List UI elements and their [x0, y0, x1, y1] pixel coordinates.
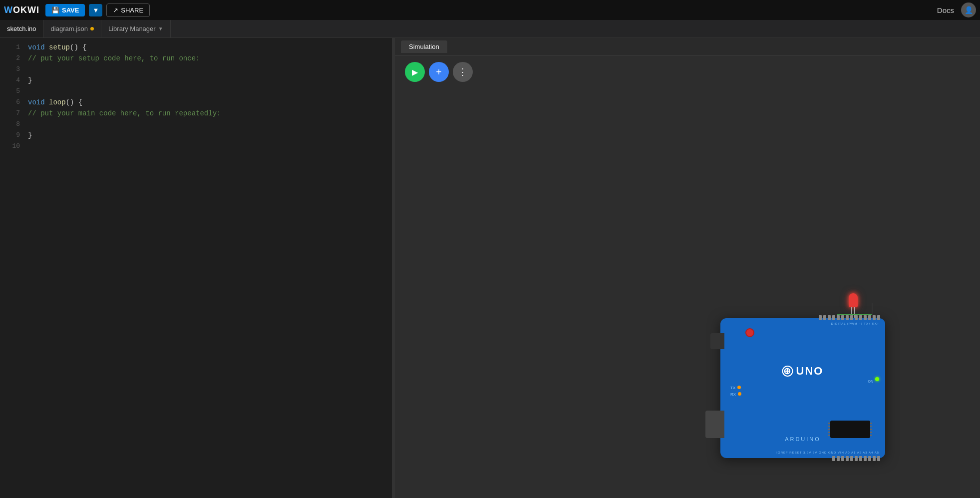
tab-sketch[interactable]: sketch.ino: [0, 20, 44, 37]
pin: [823, 315, 826, 320]
pin: [877, 456, 880, 461]
pin: [850, 456, 853, 461]
save-dropdown-button[interactable]: ▼: [89, 4, 102, 16]
pin: [837, 315, 840, 320]
board-area: DIGITAL (PWM ~) TX↑ RX↑ IOREF RESET 3.3V…: [710, 298, 900, 458]
avatar[interactable]: 👤: [961, 2, 976, 17]
topbar: WWOKWIOKWI 💾 SAVE ▼ ↗ SHARE Docs 👤: [0, 0, 980, 20]
more-icon: ⋮: [458, 66, 467, 77]
more-options-button[interactable]: ⋮: [453, 62, 473, 82]
topbar-right: Docs 👤: [937, 2, 976, 17]
code-line-7: 7 // put your main code here, to run rep…: [0, 108, 392, 119]
main-layout: 1 void setup() { 2 // put your setup cod…: [0, 38, 980, 498]
share-button[interactable]: ↗ SHARE: [106, 3, 150, 17]
play-icon: ▶: [412, 67, 418, 77]
pin: [877, 315, 880, 320]
code-line-8: 8: [0, 119, 392, 130]
pin: [837, 456, 840, 461]
unsaved-dot: [90, 27, 94, 30]
pin: [828, 315, 831, 320]
pin: [859, 456, 862, 461]
arduino-uno-label: UNO: [796, 365, 824, 378]
simulation-pane: Simulation ▶ + ⋮: [395, 38, 980, 498]
code-line-1: 1 void setup() {: [0, 42, 392, 53]
share-icon: ↗: [113, 6, 118, 14]
pin: [868, 315, 871, 320]
code-line-9: 9 }: [0, 130, 392, 141]
pin: [864, 456, 867, 461]
pin: [832, 315, 835, 320]
code-line-5: 5: [0, 86, 392, 97]
chip-pins-right: [870, 423, 872, 436]
pin: [868, 456, 871, 461]
pin: [873, 456, 876, 461]
ic-chip: [830, 421, 870, 438]
save-icon: 💾: [51, 6, 59, 14]
editor-pane[interactable]: 1 void setup() { 2 // put your setup cod…: [0, 38, 392, 498]
add-component-button[interactable]: +: [429, 62, 449, 82]
pin: [855, 456, 858, 461]
tabs-bar: sketch.ino diagram.json Library Manager …: [0, 20, 980, 38]
board-inner: DIGITAL (PWM ~) TX↑ RX↑ IOREF RESET 3.3V…: [720, 318, 885, 458]
tx-rx-labels: TX RX: [730, 385, 741, 398]
code-line-4: 4 }: [0, 75, 392, 86]
simulation-tab[interactable]: Simulation: [401, 40, 447, 53]
arduino-board[interactable]: DIGITAL (PWM ~) TX↑ RX↑ IOREF RESET 3.3V…: [720, 318, 885, 458]
on-label: ON: [868, 380, 874, 383]
simulation-tab-bar: Simulation: [395, 38, 980, 56]
on-led-indicator: [875, 377, 879, 381]
analog-label: IOREF RESET 3.3V 5V GND GND VIN A0 A1 A2…: [776, 451, 879, 454]
tab-dropdown-arrow: ▼: [158, 26, 163, 31]
usb-connector: [705, 411, 724, 438]
led-body: [849, 293, 858, 307]
pin: [850, 315, 853, 320]
play-button[interactable]: ▶: [405, 62, 425, 82]
reset-button[interactable]: [745, 328, 754, 337]
pin: [873, 315, 876, 320]
simulation-controls: ▶ + ⋮: [405, 62, 473, 82]
led-component[interactable]: [849, 293, 858, 307]
pin: [832, 456, 835, 461]
arduino-logo-area: ⊕ UNO: [782, 365, 824, 378]
power-connector: [710, 333, 724, 349]
arduino-brand-label: ARDUINO: [785, 436, 821, 442]
pin: [864, 315, 867, 320]
app-logo: WWOKWIOKWI: [4, 5, 39, 15]
code-line-6: 6 void loop() {: [0, 97, 392, 108]
pin-header-top: [819, 315, 880, 320]
code-line-10: 10: [0, 141, 392, 152]
save-button[interactable]: 💾 SAVE: [45, 4, 85, 16]
code-line-2: 2 // put your setup code here, to run on…: [0, 53, 392, 64]
chip-pins-left: [828, 423, 830, 436]
wire-to-board: [872, 303, 873, 318]
pin: [846, 315, 849, 320]
docs-link[interactable]: Docs: [937, 6, 954, 14]
arduino-symbol: ⊕: [782, 366, 793, 377]
pin: [855, 315, 858, 320]
digital-label: DIGITAL (PWM ~) TX↑ RX↑: [831, 322, 879, 325]
pin: [841, 315, 844, 320]
pin: [819, 315, 822, 320]
plus-icon: +: [436, 66, 442, 78]
code-line-3: 3: [0, 64, 392, 75]
pin: [846, 456, 849, 461]
pin: [859, 315, 862, 320]
tab-library-manager[interactable]: Library Manager ▼: [101, 20, 171, 37]
pin: [841, 456, 844, 461]
tab-diagram[interactable]: diagram.json: [44, 20, 101, 37]
pin-header-bottom: [832, 456, 880, 461]
code-editor[interactable]: 1 void setup() { 2 // put your setup cod…: [0, 38, 392, 156]
